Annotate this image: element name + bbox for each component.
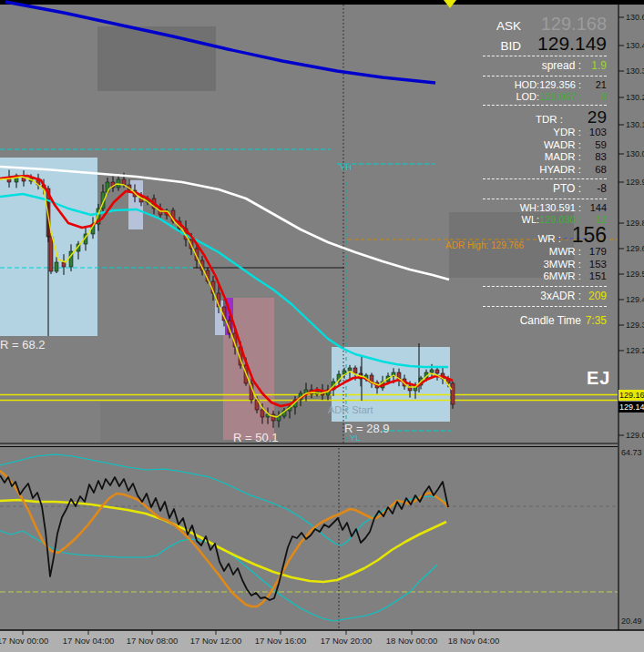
panel-separator	[483, 199, 607, 199]
ask-row: ASK 129.168	[483, 15, 607, 34]
panel-row-label: MWR :	[549, 246, 581, 259]
price-axis-label: 130.4	[626, 41, 644, 50]
panel-row-value: 144	[581, 202, 607, 214]
price-axis-label: 129.5	[626, 270, 644, 279]
price-axis-label: 130.3	[626, 66, 644, 76]
panel-row-value: 179	[581, 246, 607, 259]
range-label-1: R = 68.2	[0, 338, 46, 351]
panel-row-value: 156	[561, 225, 607, 246]
panel-row-wadr: WADR :59	[483, 139, 607, 152]
panel-row-label: WADR :	[544, 139, 581, 152]
candle-body	[122, 179, 126, 185]
panel-row-label: 3MWR :	[543, 259, 581, 271]
panel-row-value: 59	[581, 139, 607, 152]
candle-body	[55, 262, 58, 271]
panel-row-label: HYADR :	[539, 164, 581, 177]
panel-separator	[483, 56, 607, 56]
panel-row-label: PTO :	[553, 182, 581, 196]
panel-separator	[483, 306, 607, 307]
panel-row-value: 103	[581, 127, 607, 139]
price-axis-label: 129.9	[626, 178, 644, 187]
panel-row-value: 21	[581, 79, 607, 91]
panel-separator	[483, 178, 607, 179]
panel-row-sublabel: 129.356 :	[539, 79, 581, 91]
panel-row-value: 1.9	[581, 59, 607, 73]
price-axis-label: 129.0	[626, 431, 644, 440]
candle-body	[430, 370, 434, 372]
panel-row-label: WL:	[522, 214, 540, 226]
panel-row-candle_time: Candle Time7:35	[483, 314, 607, 328]
time-axis-label: 17 Nov 08:00	[127, 636, 179, 646]
yl-label: YL	[350, 433, 361, 443]
panel-row-label: Candle Time	[520, 314, 581, 328]
price-axis-label: 129.2	[626, 346, 644, 355]
panel-row-wh: WH:130.591 :144	[483, 202, 607, 214]
symbol-label: EJ	[587, 368, 610, 389]
panel-row-label: MADR :	[545, 151, 581, 164]
panel-separator	[483, 105, 607, 106]
panel-row-madr: MADR :83	[483, 151, 607, 164]
price-axis-label: 129.4	[626, 295, 644, 304]
price-axis-label: 130.1	[626, 120, 644, 129]
bid-label: BID	[500, 39, 521, 53]
ask-price-marker: 129.168	[618, 390, 644, 401]
panel-row-value: 8	[581, 91, 607, 103]
price-axis-label: 129.6	[626, 244, 644, 253]
panel-row-label: WH:	[520, 202, 539, 214]
candle-body	[435, 370, 439, 373]
panel-row-hod: HOD:129.356 :21	[483, 79, 607, 91]
candle-body	[49, 237, 53, 271]
panel-row-value: 29	[563, 108, 607, 127]
panel-separator	[483, 286, 607, 287]
candle-body	[261, 410, 264, 417]
candle-body	[451, 383, 455, 404]
panel-row-value: 151	[581, 270, 607, 283]
panel-row-label: 6MWR :	[543, 270, 581, 283]
time-axis-label: 17 Nov 04:00	[63, 636, 115, 646]
shade-band-bottom	[100, 402, 344, 443]
panel-row-mwr: MWR :179	[483, 246, 607, 259]
panel-row-value: 68	[581, 164, 607, 177]
panel-row-label: 3xADR :	[540, 290, 581, 303]
panel-row-label: HOD:	[515, 79, 540, 91]
panel-row-hyadr: HYADR :68	[483, 164, 607, 177]
price-axis-label: 129.3	[626, 321, 644, 330]
range-label-2: R = 50.1	[233, 431, 279, 444]
bid-value: 129.149	[528, 34, 607, 53]
panel-row-3xadr: 3xADR :209	[483, 290, 607, 303]
panel-row-lod: LOD:129.067 :8	[483, 91, 607, 103]
panel-row-sublabel: 129.067 :	[539, 91, 581, 103]
panel-row-sublabel: 130.591 :	[539, 202, 581, 214]
time-axis-label: 18 Nov 04:00	[448, 636, 500, 646]
panel-row-ydr: YDR :103	[483, 127, 607, 139]
panel-rows: spread :1.9HOD:129.356 :21LOD:129.067 :8…	[483, 59, 607, 328]
time-axis-label: 17 Nov 00:00	[0, 636, 48, 646]
panel-row-tdr: TDR :29	[483, 108, 607, 127]
ask-value: 129.168	[528, 15, 607, 34]
candle-body	[348, 368, 352, 371]
panel-row-value: 209	[581, 290, 607, 303]
price-axis-label: 130.6	[626, 13, 644, 22]
price-axis-label: 130.0	[626, 149, 644, 158]
bid-row: BID 129.149	[483, 34, 607, 53]
panel-row-spread: spread :1.9	[483, 59, 607, 73]
panel-row-label: YDR :	[553, 127, 581, 139]
panel-row-value: 7:35	[581, 314, 607, 328]
shade-box-top	[97, 26, 216, 91]
bid-price-marker: 129.149	[618, 402, 644, 413]
top-border-strip	[0, 0, 644, 5]
time-axis-label: 17 Nov 12:00	[190, 636, 242, 646]
panel-row-6mwr: 6MWR :151	[483, 270, 607, 283]
time-axis-label: 18 Nov 00:00	[386, 636, 438, 646]
time-axis-label: 17 Nov 20:00	[321, 636, 373, 646]
panel-row-pto: PTO :-8	[483, 182, 607, 196]
panel-row-wr: WR :156	[483, 225, 607, 246]
panel-row-value: -8	[581, 182, 607, 196]
osc-axis-label: 64.73	[621, 448, 642, 457]
panel-row-value: 153	[581, 259, 607, 271]
panel-row-label: LOD:	[516, 91, 539, 103]
panel-row-3mwr: 3MWR :153	[483, 259, 607, 271]
candle-body	[353, 368, 357, 373]
panel-row-label: spread :	[542, 59, 581, 73]
candle-body	[62, 262, 66, 267]
